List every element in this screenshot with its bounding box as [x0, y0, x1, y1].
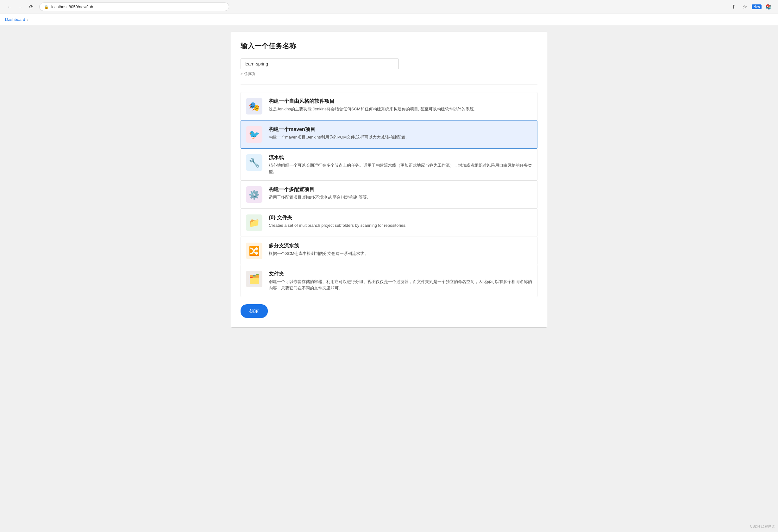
submit-button[interactable]: 确定 — [241, 304, 268, 318]
job-type-desc-maven: 构建一个maven项目.Jenkins利用你的POM文件,这样可以大大减轻构建配… — [269, 134, 532, 141]
job-type-info-maven: 构建一个maven项目构建一个maven项目.Jenkins利用你的POM文件,… — [269, 126, 532, 141]
required-hint: » 必填项 — [241, 71, 537, 77]
job-type-item-folder[interactable]: 🗂️文件夹创建一个可以嵌套存储的容器。利用它可以进行分组。视图仅仅是一个过滤器，… — [241, 265, 537, 297]
job-type-info-multiconfig: 构建一个多配置项目适用于多配置项目,例如多环境测试,平台指定构建,等等. — [269, 186, 532, 200]
reload-button[interactable]: ⟳ — [26, 3, 35, 11]
bookmark-button[interactable]: ☆ — [740, 3, 749, 11]
job-type-item-multibranch[interactable]: 🔀多分支流水线根据一个SCM仓库中检测到的分支创建一系列流水线。 — [241, 237, 537, 265]
job-type-desc-multiconfig: 适用于多配置项目,例如多环境测试,平台指定构建,等等. — [269, 194, 532, 200]
browser-chrome: ← → ⟳ 🔒 localhost:8050/newJob ⬆ ☆ New 📚 — [0, 0, 778, 14]
task-name-section: » 必填项 — [241, 59, 537, 77]
job-type-desc-folder: 创建一个可以嵌套存储的容器。利用它可以进行分组。视图仅仅是一个过滤器，而文件夹则… — [269, 279, 532, 291]
extension-button[interactable]: 📚 — [764, 3, 773, 11]
breadcrumb-separator: › — [27, 17, 28, 22]
watermark: CSDN @程序猿 — [750, 524, 775, 529]
page-title: 输入一个任务名称 — [241, 41, 537, 51]
job-type-item-pipeline[interactable]: 🔧流水线精心地组织一个可以长期运行在多个节点上的任务。适用于构建流水线（更加正式… — [241, 148, 537, 181]
job-type-item-multiconfig[interactable]: ⚙️构建一个多配置项目适用于多配置项目,例如多环境测试,平台指定构建,等等. — [241, 180, 537, 209]
job-type-title-freestyle: 构建一个自由风格的软件项目 — [269, 98, 532, 105]
back-button[interactable]: ← — [5, 3, 14, 11]
job-type-item-freestyle[interactable]: 🎭构建一个自由风格的软件项目这是Jenkins的主要功能.Jenkins将会结合… — [241, 92, 537, 120]
job-type-info-folder: 文件夹创建一个可以嵌套存储的容器。利用它可以进行分组。视图仅仅是一个过滤器，而文… — [269, 271, 532, 291]
nav-buttons: ← → ⟳ — [5, 3, 35, 11]
job-type-icon-multiconfig: ⚙️ — [246, 186, 262, 203]
address-bar[interactable]: 🔒 localhost:8050/newJob — [39, 3, 229, 11]
main-content: 输入一个任务名称 » 必填项 🎭构建一个自由风格的软件项目这是Jenkins的主… — [0, 25, 778, 529]
browser-actions: ⬆ ☆ New 📚 — [729, 3, 773, 11]
job-type-desc-multibranch: 根据一个SCM仓库中检测到的分支创建一系列流水线。 — [269, 251, 532, 257]
divider — [241, 84, 537, 84]
job-type-icon-pipeline: 🔧 — [246, 154, 262, 171]
job-type-info-pipeline: 流水线精心地组织一个可以长期运行在多个节点上的任务。适用于构建流水线（更加正式地… — [269, 154, 532, 175]
job-type-title-folder: 文件夹 — [269, 271, 532, 277]
breadcrumb: Dashboard › — [0, 14, 778, 25]
job-type-info-freestyle: 构建一个自由风格的软件项目这是Jenkins的主要功能.Jenkins将会结合任… — [269, 98, 532, 112]
breadcrumb-dashboard-link[interactable]: Dashboard — [5, 17, 25, 22]
job-type-icon-folder-org: 📁 — [246, 214, 262, 231]
job-type-item-maven[interactable]: 🐦构建一个maven项目构建一个maven项目.Jenkins利用你的POM文件… — [241, 120, 537, 149]
task-name-input[interactable] — [241, 59, 399, 69]
job-type-icon-maven: 🐦 — [246, 126, 262, 143]
new-badge: New — [752, 4, 762, 9]
job-type-title-folder-org: {0} 文件夹 — [269, 214, 532, 221]
url-text: localhost:8050/newJob — [51, 4, 93, 9]
forward-button[interactable]: → — [16, 3, 25, 11]
job-type-desc-pipeline: 精心地组织一个可以长期运行在多个节点上的任务。适用于构建流水线（更加正式地应当称… — [269, 162, 532, 175]
job-type-item-folder-org[interactable]: 📁{0} 文件夹Creates a set of multibranch pro… — [241, 208, 537, 237]
job-type-icon-folder: 🗂️ — [246, 271, 262, 287]
job-type-desc-freestyle: 这是Jenkins的主要功能.Jenkins将会结合任何SCM和任何构建系统来构… — [269, 106, 532, 112]
job-type-icon-multibranch: 🔀 — [246, 243, 262, 259]
job-type-icon-freestyle: 🎭 — [246, 98, 262, 114]
job-type-title-maven: 构建一个maven项目 — [269, 126, 532, 133]
lock-icon: 🔒 — [44, 5, 49, 9]
job-type-title-pipeline: 流水线 — [269, 154, 532, 161]
job-type-title-multibranch: 多分支流水线 — [269, 243, 532, 249]
job-type-title-multiconfig: 构建一个多配置项目 — [269, 186, 532, 193]
job-type-desc-folder-org: Creates a set of multibranch project sub… — [269, 223, 532, 229]
submit-section: 确定 — [241, 304, 537, 318]
job-type-info-multibranch: 多分支流水线根据一个SCM仓库中检测到的分支创建一系列流水线。 — [269, 243, 532, 257]
job-type-info-folder-org: {0} 文件夹Creates a set of multibranch proj… — [269, 214, 532, 229]
new-job-card: 输入一个任务名称 » 必填项 🎭构建一个自由风格的软件项目这是Jenkins的主… — [231, 32, 547, 328]
share-button[interactable]: ⬆ — [729, 3, 738, 11]
job-type-list: 🎭构建一个自由风格的软件项目这是Jenkins的主要功能.Jenkins将会结合… — [241, 92, 537, 297]
